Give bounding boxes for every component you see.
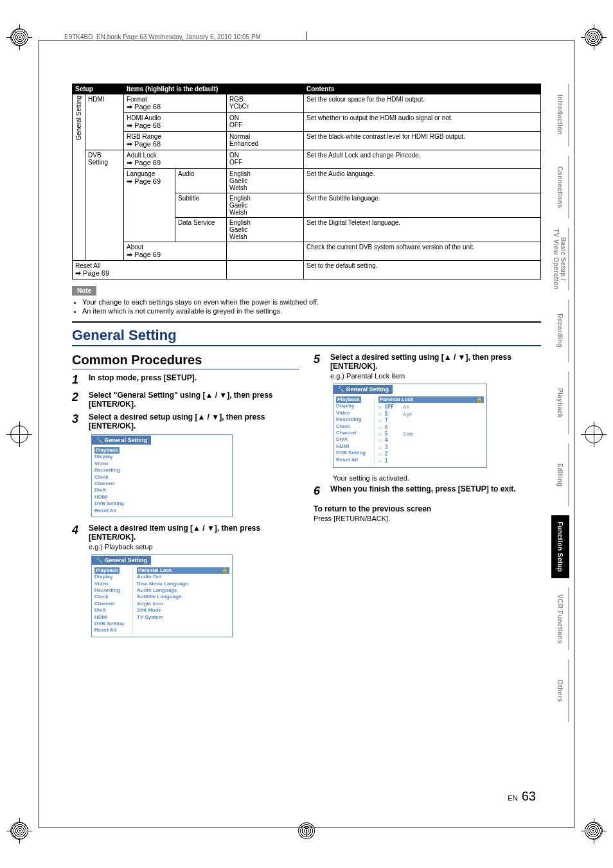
sub-heading: Common Procedures — [72, 353, 299, 369]
ui-title: 🔧 General Setting — [92, 556, 151, 565]
step-text: Select "General Setting" using [▲ / ▼], … — [89, 391, 299, 409]
ui-left-menu: PlaybackDisplayVideoRecordingClockChanne… — [336, 396, 371, 465]
ui-title: 🔧 General Setting — [333, 385, 393, 394]
notes-list: Your change to each settings stays on ev… — [72, 298, 541, 315]
side-tab: Editing — [551, 443, 569, 506]
cell-setup: DVB Setting — [85, 150, 124, 261]
side-tab: Function Setup — [551, 515, 569, 578]
ui-screenshot-parental: 🔧 General Setting PlaybackDisplayVideoRe… — [333, 384, 487, 468]
cell-desc: Set the Subtitle language. — [304, 193, 541, 218]
cell-desc: Set whether to output the HDMI audio sig… — [304, 113, 541, 132]
cell-item: About➡ Page 69 — [124, 242, 227, 261]
side-tab: Playback — [551, 371, 569, 434]
note-badge: Note — [72, 286, 96, 296]
cell-desc: Check the current DVB system software ve… — [304, 242, 541, 261]
table-vertical-label: General Setting — [75, 96, 82, 141]
side-tab: VCR Functions — [551, 587, 569, 650]
step-number: 3 — [72, 412, 84, 430]
cell-opts: English Gaelic Welsh — [227, 169, 304, 193]
cell-desc: Set to the default setting. — [304, 261, 541, 279]
page-num-value: 63 — [522, 789, 536, 803]
spiral-mark — [12, 29, 28, 46]
step-note: Your setting is activated. — [333, 474, 541, 482]
cell-desc: Set the Audio language. — [304, 169, 541, 193]
step-text: Select a desired setting using [▲ / ▼], … — [330, 353, 541, 380]
step-subtext: e.g.) Parental Lock item — [330, 372, 541, 380]
cell-item: Format➡ Page 68 — [124, 94, 227, 113]
book-header: E9TK4BD_EN.book Page 63 Wednesday, Janua… — [64, 33, 261, 40]
th-contents: Contents — [304, 84, 541, 94]
left-column: Common Procedures 1 In stop mode, press … — [72, 353, 299, 644]
ui-left-menu: PlaybackDisplayVideoRecordingClockChanne… — [94, 447, 130, 514]
ui-right-panel: Parental Lock🔒☑ OFF☐ 8☐ 7☐ 6☐ 5☐ 4☐ 3☐ 2… — [374, 396, 484, 465]
ui-right-panel: Parental Lock🔒Audio OutDisc Menu Languag… — [132, 567, 229, 634]
side-tab: Recording — [551, 299, 569, 362]
cell-desc: Set the Digital Teletext language. — [304, 218, 541, 242]
th-items: Items (highlight is the default) — [124, 84, 304, 94]
cell-opts: ON OFF — [227, 113, 304, 132]
cell-opts: English Gaelic Welsh — [227, 193, 304, 218]
cell-setup: Reset All➡ Page 69 — [73, 261, 227, 279]
side-tab: Introduction — [551, 84, 569, 146]
cell-setup: HDMI — [85, 94, 124, 150]
content-area: Setup Items (highlight is the default) C… — [72, 84, 541, 644]
cell-item: Adult Lock➡ Page 69 — [124, 150, 227, 169]
step-number: 5 — [314, 353, 325, 380]
side-tab: Connections — [551, 155, 569, 218]
step-text: Select a desired setup using [▲ / ▼], th… — [89, 412, 299, 430]
registration-mark — [581, 421, 607, 447]
ui-left-menu: PlaybackDisplayVideoRecordingClockChanne… — [94, 567, 130, 634]
step-text: Select a desired item using [▲ / ▼], the… — [89, 524, 299, 551]
cell-desc: Set the black-white contrast level for H… — [304, 132, 541, 150]
ui-screenshot-menu: 🔧 General Setting PlaybackDisplayVideoRe… — [91, 434, 233, 517]
side-tab: Others — [551, 659, 569, 722]
settings-table: Setup Items (highlight is the default) C… — [72, 84, 541, 279]
cell-item: HDMI Audio➡ Page 68 — [124, 113, 227, 132]
cell-opts: ON OFF — [227, 150, 304, 169]
return-body: Press [RETURN/BACK]. — [314, 515, 541, 522]
step-number: 2 — [72, 391, 84, 409]
cell-sub: Data Service — [175, 218, 227, 242]
cell-desc: Set the Adult Lock and change Pincode. — [304, 150, 541, 169]
step-number: 4 — [72, 524, 84, 551]
registration-mark — [6, 421, 32, 447]
cell-opts: RGB YCbCr — [227, 94, 304, 113]
side-tab: Basic Setup / TV View Operation — [551, 227, 569, 290]
right-column: 5 Select a desired setting using [▲ / ▼]… — [314, 353, 541, 644]
cell-opts: Normal Enhanced — [227, 132, 304, 150]
cell-item: RGB Range➡ Page 68 — [124, 132, 227, 150]
cell-sub: Audio — [175, 169, 227, 193]
note-item: Your change to each settings stays on ev… — [82, 298, 541, 306]
ui-title: 🔧 General Setting — [92, 436, 151, 445]
ui-screenshot-playback: 🔧 General Setting PlaybackDisplayVideoRe… — [91, 554, 233, 637]
cell-desc: Set the colour space for the HDMI output… — [304, 94, 541, 113]
spiral-mark — [585, 822, 601, 839]
section-title: General Setting — [72, 327, 541, 344]
step-text: When you finish the setting, press [SETU… — [330, 484, 516, 498]
cell-sub: Subtitle — [175, 193, 227, 218]
ui-right-panel — [132, 447, 229, 514]
return-heading: To return to the previous screen — [314, 504, 541, 513]
page-lang: EN — [508, 794, 517, 802]
step-number: 6 — [314, 484, 325, 498]
spiral-mark — [12, 822, 28, 839]
side-tabs: IntroductionConnectionsBasic Setup / TV … — [551, 84, 569, 722]
note-item: An item which is not currently available… — [82, 307, 541, 315]
cell-opts — [227, 261, 304, 279]
cell-opts — [227, 242, 304, 261]
th-setup: Setup — [73, 84, 124, 94]
step-text: In stop mode, press [SETUP]. — [89, 373, 197, 387]
step-number: 1 — [72, 373, 84, 387]
page-number: EN 63 — [508, 789, 536, 804]
step-subtext: e.g.) Playback setup — [89, 543, 299, 551]
spiral-mark — [585, 29, 601, 46]
cell-opts: English Gaelic Welsh — [227, 218, 304, 242]
section-underline — [72, 345, 541, 346]
section-divider — [72, 321, 541, 323]
cell-item: Language➡ Page 69 — [124, 169, 175, 242]
